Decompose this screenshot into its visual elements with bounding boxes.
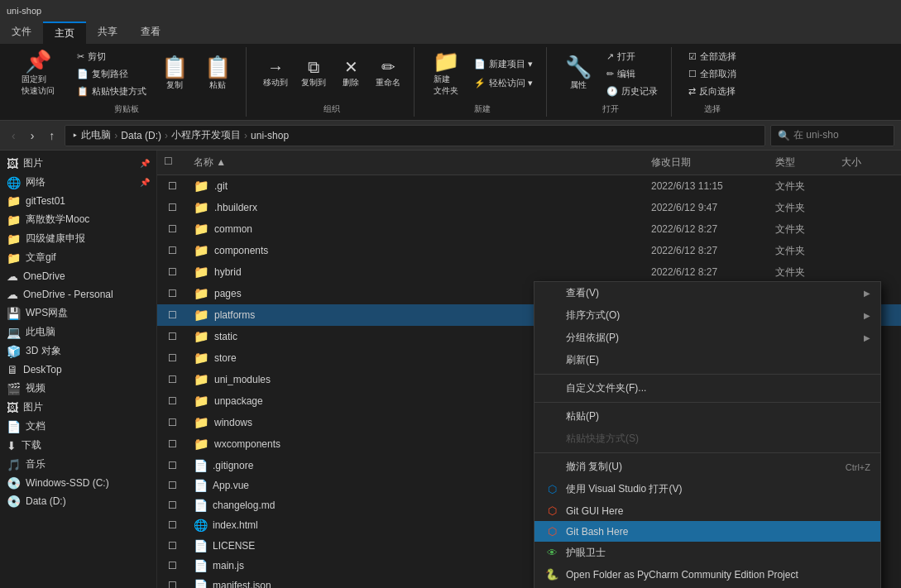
file-row[interactable]: ☐ 📁common 2022/6/12 8:27 文件夹 [157, 218, 901, 240]
move-to-button[interactable]: → 移动到 [258, 55, 293, 92]
sidebar-item-music[interactable]: 🎵 音乐 [0, 455, 156, 474]
ctx-paste-shortcut[interactable]: 粘贴快捷方式(S) [534, 428, 880, 450]
file-checkbox[interactable]: ☐ [157, 221, 187, 237]
pin-button[interactable]: 📌 固定到快速访问 [15, 47, 61, 100]
header-type[interactable]: 类型 [769, 152, 835, 173]
sidebar-item-videos-label: 视频 [26, 381, 46, 395]
file-checkbox[interactable]: ☐ [157, 242, 187, 259]
file-checkbox[interactable]: ☐ [157, 538, 187, 554]
file-checkbox[interactable]: ☐ [157, 285, 187, 302]
file-row[interactable]: ☐ 📁components 2022/6/12 8:27 文件夹 [157, 240, 901, 261]
file-checkbox[interactable]: ☐ [157, 557, 187, 574]
history-button[interactable]: 🕐 历史记录 [601, 84, 663, 99]
sidebar-item-windows-ssd[interactable]: 💿 Windows-SSD (C:) [0, 474, 156, 492]
ctx-refresh[interactable]: 刷新(E) [534, 349, 880, 371]
file-row[interactable]: ☐ 📁hybrid 2022/6/12 8:27 文件夹 [157, 261, 901, 283]
file-checkbox[interactable]: ☐ [157, 477, 187, 494]
ctx-group[interactable]: 分组依据(P) [534, 327, 880, 349]
ctx-pycharm[interactable]: 🐍 Open Folder as PyCharm Community Editi… [534, 564, 880, 585]
select-all-button[interactable]: ☑ 全部选择 [683, 49, 741, 65]
file-row[interactable]: ☐ 📁.git 2022/6/13 11:15 文件夹 [157, 175, 901, 197]
file-checkbox[interactable]: ☐ [157, 457, 187, 474]
header-size[interactable]: 大小 [835, 152, 901, 173]
tab-file[interactable]: 文件 [0, 22, 43, 44]
sidebar-item-network[interactable]: 🌐 网络 📌 [0, 173, 156, 192]
tab-view[interactable]: 查看 [129, 22, 172, 44]
ctx-customize[interactable]: 自定义文件夹(F)... [534, 377, 880, 399]
back-button[interactable]: ‹ [7, 126, 21, 146]
ctx-git-bash[interactable]: ⬡ Git Bash Here [534, 521, 880, 542]
file-checkbox[interactable]: ☐ [157, 328, 187, 345]
ctx-sort[interactable]: 排序方式(O) [534, 304, 880, 327]
invert-select-button[interactable]: ⇄ 反向选择 [683, 84, 741, 99]
file-checkbox[interactable]: ☐ [157, 577, 187, 588]
file-checkbox[interactable]: ☐ [157, 264, 187, 280]
easy-access-button[interactable]: ⚡ 轻松访问 ▾ [469, 75, 538, 91]
file-checkbox[interactable]: ☐ [157, 350, 187, 366]
sidebar-item-documents[interactable]: 📄 文档 [0, 417, 156, 436]
sidebar-item-desktop[interactable]: 🖥 DeskTop [0, 361, 156, 379]
file-checkbox[interactable]: ☐ [157, 436, 187, 452]
file-row[interactable]: ☐ 📁.hbuilderx 2022/6/12 9:47 文件夹 [157, 197, 901, 218]
file-checkbox[interactable]: ☐ [157, 497, 187, 514]
ctx-view[interactable]: 查看(V) [534, 282, 880, 304]
sidebar-item-article[interactable]: 📁 文章gif [0, 248, 156, 267]
sidebar-item-gittest[interactable]: 📁 gitTest01 [0, 192, 156, 210]
tab-share[interactable]: 共享 [86, 22, 129, 44]
ctx-git-gui[interactable]: ⬡ Git GUI Here [534, 500, 880, 521]
file-checkbox[interactable]: ☐ [157, 178, 187, 194]
ctx-undo[interactable]: 撤消 复制(U)Ctrl+Z [534, 456, 880, 478]
sidebar-item-mooc[interactable]: 📁 离散数学Mooc [0, 210, 156, 229]
file-checkbox[interactable]: ☐ [157, 199, 187, 216]
invert-select-icon: ⇄ [688, 86, 696, 97]
sidebar-item-health[interactable]: 📁 四级健康申报 [0, 229, 156, 248]
delete-button[interactable]: ✕ 删除 [334, 55, 367, 92]
open-button[interactable]: ↗ 打开 [601, 49, 663, 65]
select-none-button[interactable]: ☐ 全部取消 [683, 66, 741, 82]
breadcrumb-item-data[interactable]: Data (D:) [121, 130, 161, 141]
new-folder-button[interactable]: 📁 新建文件夹 [426, 47, 466, 100]
sidebar-item-pictures[interactable]: 🖼 图片 📌 [0, 154, 156, 173]
ctx-code[interactable]: ⬡ 通过 Code 打开 [534, 585, 880, 588]
breadcrumb-item-unishop[interactable]: uni-shop [251, 130, 289, 141]
sidebar-item-thispc[interactable]: 💻 此电脑 [0, 323, 156, 342]
file-size [835, 227, 901, 232]
sidebar-item-3dobjects[interactable]: 🧊 3D 对象 [0, 342, 156, 361]
copy-button[interactable]: 📋 复制 [155, 49, 194, 98]
tab-home[interactable]: 主页 [43, 22, 86, 44]
paste-shortcut-button[interactable]: 📋 粘贴快捷方式 [72, 84, 151, 99]
cut-button[interactable]: ✂ 剪切 [72, 49, 151, 65]
sidebar-item-onedrive[interactable]: ☁ OneDrive [0, 267, 156, 285]
breadcrumb[interactable]: ‣ 此电脑 › Data (D:) › 小程序开发项目 › uni-shop [65, 125, 765, 146]
file-checkbox[interactable]: ☐ [157, 393, 187, 409]
header-name[interactable]: 名称 ▲ [187, 152, 645, 173]
paste-button[interactable]: 📋 粘贴 [198, 49, 237, 98]
ctx-paste[interactable]: 粘贴(P) [534, 405, 880, 428]
file-checkbox[interactable]: ☐ [157, 371, 187, 388]
search-bar[interactable]: 🔍 在 uni-sho [770, 125, 894, 146]
copy-to-button[interactable]: ⧉ 复制到 [296, 55, 331, 92]
up-button[interactable]: ↑ [44, 126, 60, 146]
header-date[interactable]: 修改日期 [645, 152, 769, 173]
breadcrumb-item-project[interactable]: 小程序开发项目 [171, 128, 241, 142]
copy-path-button[interactable]: 📄 复制路径 [72, 66, 151, 82]
forward-button[interactable]: › [26, 126, 40, 146]
breadcrumb-item-pc[interactable]: 此电脑 [81, 128, 111, 142]
file-name: 📁common [187, 219, 645, 239]
rename-button[interactable]: ✏ 重命名 [371, 55, 405, 92]
sidebar-item-videos[interactable]: 🎬 视频 [0, 379, 156, 398]
sidebar-item-downloads[interactable]: ⬇ 下载 [0, 436, 156, 455]
new-item-button[interactable]: 📄 新建项目 ▾ [469, 56, 538, 72]
sidebar-item-wps[interactable]: 💾 WPS网盘 [0, 304, 156, 323]
file-checkbox[interactable]: ☐ [157, 307, 187, 323]
sidebar-item-data-d[interactable]: 💿 Data (D:) [0, 492, 156, 510]
edit-button[interactable]: ✏ 编辑 [601, 66, 663, 82]
ctx-guard[interactable]: 👁 护眼卫士 [534, 542, 880, 564]
file-checkbox[interactable]: ☐ [157, 517, 187, 533]
ctx-vscode[interactable]: ⬡ 使用 Visual Studio 打开(V) [534, 478, 880, 500]
sidebar-item-onedrive-personal[interactable]: ☁ OneDrive - Personal [0, 285, 156, 304]
file-checkbox[interactable]: ☐ [157, 414, 187, 431]
properties-button[interactable]: 🔧 属性 [558, 49, 598, 98]
sidebar-item-images[interactable]: 🖼 图片 [0, 398, 156, 417]
header-checkbox[interactable]: ☐ [157, 152, 187, 173]
